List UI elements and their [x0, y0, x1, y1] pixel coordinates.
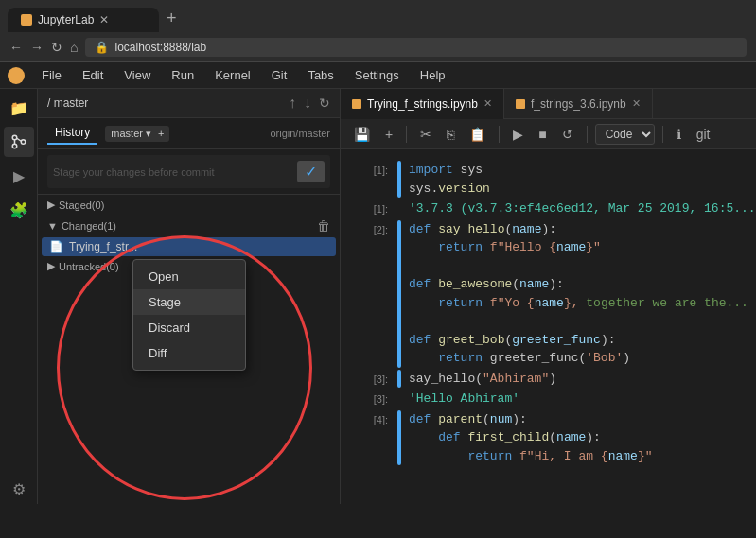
cell-bar-3 [397, 370, 401, 389]
cell-out-bar-1 [397, 200, 401, 218]
context-stage[interactable]: Stage [133, 289, 245, 315]
stop-button[interactable]: ■ [533, 125, 552, 144]
refresh-button[interactable]: ↻ [51, 40, 62, 55]
svg-line-4 [16, 138, 21, 141]
home-button[interactable]: ⌂ [70, 40, 78, 55]
address-bar[interactable]: 🔒 localhost:8888/lab [85, 38, 747, 57]
menu-git[interactable]: Git [262, 64, 297, 86]
download-icon[interactable]: ↓ [304, 95, 311, 112]
context-diff[interactable]: Diff [133, 340, 245, 366]
context-open[interactable]: Open [133, 264, 245, 289]
cell-out-text-1: '3.7.3 (v3.7.3:ef4ec6ed12, Mar 25 2019, … [409, 200, 756, 218]
cell-bar-1 [397, 161, 401, 198]
untracked-label: Untracked(0) [59, 261, 119, 272]
restart-button[interactable]: ↺ [556, 125, 579, 144]
git-toolbar-button[interactable]: git [691, 125, 716, 144]
sidebar-icon-extensions[interactable]: 🧩 [4, 195, 34, 225]
toolbar-separator-3 [587, 126, 588, 143]
tab-label: JupyterLab [38, 13, 94, 26]
file-icon: 📄 [49, 240, 63, 253]
untracked-toggle-icon[interactable]: ▶ [47, 260, 55, 272]
notebook-tab-label-1: Trying_f_strings.ipynb [367, 97, 478, 111]
sidebar-icon-settings[interactable]: ⚙ [4, 474, 34, 504]
cell-output-1: [1]: '3.7.3 (v3.7.3:ef4ec6ed12, Mar 25 2… [341, 200, 756, 218]
notebook-tab-1[interactable]: Trying_f_strings.ipynb ✕ [341, 89, 504, 119]
info-button[interactable]: ℹ [671, 125, 687, 144]
delete-all-icon[interactable]: 🗑 [317, 218, 330, 234]
staged-toggle-icon[interactable]: ▶ [47, 199, 55, 211]
cell-2: [2]: def say_hello(name): return f"Hello… [341, 220, 756, 368]
browser-tab[interactable]: JupyterLab ✕ [8, 8, 159, 32]
toolbar-separator-1 [406, 126, 407, 143]
upload-icon[interactable]: ↑ [289, 95, 296, 112]
menu-kernel[interactable]: Kernel [205, 64, 260, 86]
save-button[interactable]: 💾 [348, 125, 376, 144]
changed-toggle-icon[interactable]: ▼ [47, 220, 58, 232]
file-name: Trying_f_str... [69, 240, 137, 253]
run-button[interactable]: ▶ [507, 125, 529, 144]
paste-button[interactable]: 📋 [464, 125, 491, 144]
cut-button[interactable]: ✂ [414, 125, 437, 144]
cell-prompt-3: [3]: [341, 370, 397, 389]
cell-out-bar-3 [397, 390, 401, 408]
changed-section: ▼ Changed(1) 🗑 [38, 215, 340, 237]
tab-history[interactable]: History [47, 122, 97, 145]
file-list: 📄 Trying_f_str... [38, 237, 340, 256]
add-cell-button[interactable]: + [379, 125, 398, 144]
git-path: / master [47, 96, 88, 110]
url-text: localhost:8888/lab [114, 41, 206, 54]
context-menu: Open Stage Discard Diff [132, 259, 246, 371]
forward-button[interactable]: → [30, 40, 44, 55]
copy-button[interactable]: ⎘ [441, 125, 460, 144]
context-discard[interactable]: Discard [133, 315, 245, 340]
sidebar-icon-git[interactable] [4, 127, 34, 157]
cell-out-prompt-1: [1]: [341, 200, 397, 218]
svg-point-0 [12, 135, 17, 140]
stage-placeholder-text: Stage your changes before commit [53, 166, 215, 178]
origin-label: origin/master [270, 128, 330, 139]
menu-run[interactable]: Run [162, 64, 203, 86]
svg-point-1 [12, 144, 17, 148]
cell-bar-2 [397, 220, 401, 368]
cell-output-3: [3]: 'Hello Abhiram' [341, 390, 756, 408]
cell-code-1[interactable]: import sys sys.version [409, 161, 756, 198]
sidebar-icons: 📁 ▶ 🧩 ⚙ [0, 89, 38, 504]
new-tab-button[interactable]: + [159, 5, 185, 32]
refresh-git-icon[interactable]: ↻ [319, 95, 330, 111]
sidebar-icon-files[interactable]: 📁 [4, 93, 34, 123]
stage-area: Stage your changes before commit ✓ [38, 149, 340, 195]
notebook-tab-close-2[interactable]: ✕ [632, 97, 641, 110]
cell-code-3[interactable]: say_hello("Abhiram") [409, 370, 756, 389]
changed-label: Changed(1) [62, 220, 116, 232]
cells-container[interactable]: [1]: import sys sys.version [1]: '3.7.3 … [341, 149, 756, 504]
back-button[interactable]: ← [9, 40, 23, 55]
cell-out-prompt-3: [3]: [341, 390, 397, 408]
cell-code-2[interactable]: def say_hello(name): return f"Hello {nam… [409, 220, 756, 368]
git-tabs: History master ▾ + origin/master [38, 118, 340, 149]
notebook-tabs: Trying_f_strings.ipynb ✕ f_strings_3.6.i… [341, 89, 756, 119]
cell-type-select[interactable]: Code [595, 124, 655, 145]
notebook-tab-close-1[interactable]: ✕ [483, 97, 492, 110]
cell-bar-4 [397, 410, 401, 466]
cell-prompt-1: [1]: [341, 161, 397, 198]
menu-view[interactable]: View [114, 64, 160, 86]
notebook-tab-2[interactable]: f_strings_3.6.ipynb ✕ [504, 89, 653, 119]
file-item[interactable]: 📄 Trying_f_str... [42, 237, 336, 256]
menu-settings[interactable]: Settings [345, 64, 409, 86]
toolbar-separator-4 [662, 126, 663, 143]
commit-button[interactable]: ✓ [297, 161, 325, 182]
menu-edit[interactable]: Edit [73, 64, 113, 86]
notebook-icon-2 [516, 99, 525, 109]
cell-code-4[interactable]: def parent(num): def first_child(name): … [409, 410, 756, 466]
sidebar-icon-run[interactable]: ▶ [4, 161, 34, 191]
staged-section: ▶ Staged(0) [38, 195, 340, 215]
menu-tabs[interactable]: Tabs [298, 64, 343, 86]
staged-label: Staged(0) [59, 200, 104, 211]
plus-icon[interactable]: + [158, 128, 164, 139]
menu-help[interactable]: Help [411, 64, 455, 86]
tab-close-icon[interactable]: ✕ [99, 13, 109, 26]
menu-file[interactable]: File [32, 64, 71, 86]
cell-prompt-2: [2]: [341, 220, 397, 368]
stage-placeholder: Stage your changes before commit ✓ [47, 155, 330, 188]
branch-selector[interactable]: master ▾ + [105, 126, 169, 142]
